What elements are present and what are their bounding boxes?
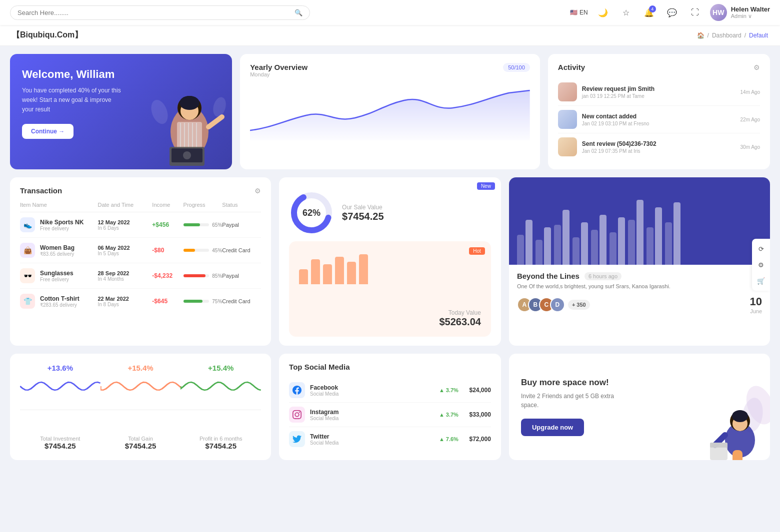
activity-item-time: 30m Ago [740,144,760,150]
beyond-description: One Of the world,s brightest, young surf… [517,283,762,289]
stats-label: Total Investment [20,436,100,442]
table-headers: Item Name Date and Time Income Progress … [20,202,261,212]
svg-rect-21 [732,450,742,460]
beyond-bar-group [665,202,680,265]
stats-value-item: Profit in 6 months $7454.25 [180,434,261,450]
dark-mode-toggle[interactable]: 🌙 [595,4,611,20]
overview-badge: 50/100 [503,63,530,72]
transaction-title: Transaction [20,186,62,195]
social-list: Facebook Social Media ▲ 3.7% $24,000 Ins… [289,378,491,451]
stats-label: Profit in 6 months [180,436,261,442]
beyond-bar [628,220,635,265]
progress-percent: 45% [212,248,222,253]
top-row: Welcome, William You have completed 40% … [10,54,770,169]
scroll-up-button[interactable]: ⟳ [755,243,767,255]
date-month: June [750,308,762,314]
breadcrumb-dashboard[interactable]: Dashboard [712,32,742,39]
today-bars [299,254,481,284]
beyond-bar [618,217,625,265]
today-bar [347,262,356,284]
table-row: 👕 Cotton T-shirt ₹283.65 delivery 22 Mar… [20,289,261,314]
bottom-row: +13.6% +15.4% +15.4% Total Investment $7… [10,354,770,460]
progress-fill [184,223,200,226]
item-date: 06 May 2022 [98,245,152,251]
activity-item: Sent review (504)236-7302 Jan 02 19 07:3… [558,133,760,160]
beyond-card: ⟳ ⚙ 🛒 Beyond the Lines 6 hours ago One O… [509,177,770,346]
social-platform-name: Facebook [310,384,434,391]
item-date-sub: In 4 Months [98,276,152,282]
item-icon: 🕶️ [20,268,35,283]
avatars-row: A B C D [517,297,565,312]
beyond-bar [581,222,588,265]
svg-point-14 [150,97,171,126]
beyond-bar-group [572,222,588,265]
breadcrumb-bar: 【Biqubiqu.Com】 🏠 / Dashboard / Default [0,25,780,46]
social-platform-type: Social Media [310,416,434,421]
hot-badge: Hot [469,247,485,255]
progress-percent: 85% [212,273,222,279]
today-label: Today Value [299,309,481,316]
settings-side-icon[interactable]: ⚙ [755,259,767,271]
svg-line-10 [208,117,222,127]
activity-thumbnail [558,110,577,129]
notification-badge: 4 [649,5,656,12]
item-status: Credit Card [222,298,261,304]
beyond-bar [665,222,672,265]
stats-item: +15.4% [100,364,181,402]
sale-value-section: New 62% Our Sale Value $7454.25 [279,177,501,346]
item-sub: Free delivery [40,226,84,231]
activity-settings-icon[interactable]: ⚙ [754,63,760,71]
today-bar [299,269,308,284]
notifications-button[interactable]: 🔔 4 [641,4,657,20]
stats-pct: +15.4% [180,364,261,372]
transaction-settings-icon[interactable]: ⚙ [254,187,261,195]
item-name: Sunglasses [40,270,74,277]
fullscreen-button[interactable]: ⛶ [687,4,703,20]
messages-button[interactable]: 💬 [664,4,680,20]
upgrade-button[interactable]: Upgrade now [521,419,584,436]
favorites-button[interactable]: ☆ [618,4,634,20]
continue-button[interactable]: Continue → [22,124,74,139]
home-icon[interactable]: 🏠 [697,32,704,39]
activity-item-title: Review request jim Smith [582,85,736,92]
beyond-bar [591,230,598,265]
beyond-chart [509,177,770,265]
today-bar [323,264,332,284]
cart-icon[interactable]: 🛒 [755,275,767,287]
beyond-content: Beyond the Lines 6 hours ago One Of the … [509,265,770,321]
beyond-bar [562,210,570,265]
user-profile[interactable]: HW Helen Walter Admin ∨ [710,4,770,21]
stats-card: +13.6% +15.4% +15.4% Total Investment $7… [10,354,271,460]
progress-bar [184,249,210,252]
main-content: Welcome, William You have completed 40% … [0,46,780,468]
language-selector[interactable]: 🇺🇸 EN [570,9,588,16]
social-growth: ▲ 7.6% [439,436,458,442]
overview-subtitle: Monday [250,71,308,77]
search-box[interactable]: 🔍 [10,5,310,20]
social-value: $72,000 [464,436,491,443]
sale-donut-chart: 62% [289,190,334,235]
social-platform-icon [289,407,305,423]
user-name: Helen Walter [731,5,770,13]
item-date: 28 Sep 2022 [98,270,152,276]
welcome-card: Welcome, William You have completed 40% … [10,54,232,169]
item-icon: 👜 [20,243,35,258]
welcome-subtitle: You have completed 40% of your this week… [22,86,122,115]
stats-pct: +13.6% [20,364,100,372]
activity-item-title: New contact added [582,113,736,120]
social-platform-name: Twitter [310,433,434,440]
beyond-bar-group [536,227,551,265]
svg-point-25 [732,410,748,422]
user-role: Admin ∨ [731,13,770,19]
transaction-card: Transaction ⚙ Item Name Date and Time In… [10,177,271,346]
search-icon: 🔍 [294,9,302,16]
stats-wave-chart [180,376,261,396]
stats-label: Total Gain [100,436,181,442]
beyond-bar [636,200,644,265]
beyond-bar [526,220,532,265]
space-illustration [695,385,770,460]
social-platform-type: Social Media [310,391,434,397]
item-date-sub: In 5 Days [98,251,152,256]
item-date: 12 May 2022 [98,219,152,225]
search-input[interactable] [18,9,290,16]
